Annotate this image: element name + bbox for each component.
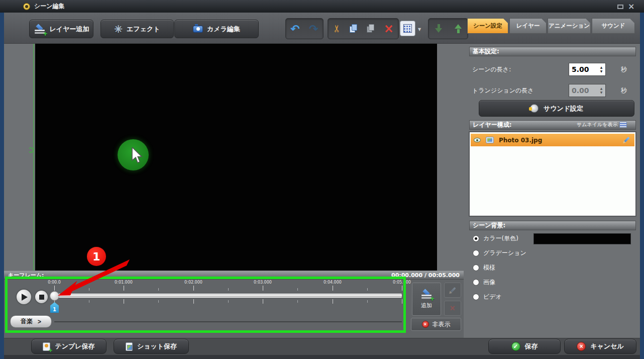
radio-icon[interactable] xyxy=(473,264,479,271)
window-frame-bottom xyxy=(4,355,640,359)
tab-animation[interactable]: アニメーション xyxy=(548,18,591,34)
camera-edit-button[interactable]: カメラ編集 xyxy=(174,20,259,38)
spin-down-icon[interactable]: ▼ xyxy=(600,70,603,73)
shot-doc-icon xyxy=(126,342,133,351)
radio-icon[interactable] xyxy=(473,250,479,256)
thumbnail-list-icon[interactable] xyxy=(619,122,627,128)
bg-option-video[interactable]: ビデオ xyxy=(473,293,502,301)
mouse-cursor-icon xyxy=(132,147,143,163)
bg-option-pattern[interactable]: 模様 xyxy=(473,263,495,272)
hide-track-button[interactable]: × 非表示 xyxy=(411,318,461,331)
transition-spin-buttons[interactable]: ▲ ▼ xyxy=(597,84,605,97)
transition-length-label: トランジションの長さ xyxy=(472,86,534,95)
scene-background-header: シーン背景: xyxy=(469,221,636,230)
radio-icon[interactable] xyxy=(473,279,479,286)
move-down-icon[interactable] xyxy=(435,24,442,33)
tab-sound[interactable]: サウンド xyxy=(592,18,635,34)
tab-scene-settings[interactable]: シーン設定 xyxy=(467,18,508,34)
delete-x-icon: × xyxy=(450,303,456,314)
layer-name: Photo 03.jpg xyxy=(499,137,542,144)
template-doc-icon xyxy=(43,342,50,351)
radio-icon[interactable] xyxy=(473,294,479,300)
scene-length-spin-buttons[interactable]: ▲ ▼ xyxy=(597,63,605,75)
undo-redo-group: ↶ ↷ xyxy=(285,18,324,39)
layers-icon: + xyxy=(34,24,46,34)
add-keyframe-button[interactable]: + 追加 xyxy=(412,283,441,316)
scene-length-label: シーンの長さ: xyxy=(472,65,511,74)
move-up-icon[interactable] xyxy=(455,24,462,33)
delete-keyframe-button[interactable]: × xyxy=(444,301,461,316)
transition-length-input[interactable] xyxy=(569,84,597,97)
edit-keyframe-button[interactable] xyxy=(444,283,461,298)
template-save-button[interactable]: テンプレ保存 xyxy=(31,339,106,354)
layer-list: Photo 03.jpg xyxy=(469,131,636,217)
scene-edit-window: シーン編集 × + レイヤー追加 ✳ エフェクト カメラ編集 ↶ ↷ ✂ × xyxy=(0,0,644,359)
title-bar: シーン編集 xyxy=(0,0,644,13)
effects-button[interactable]: ✳ エフェクト xyxy=(100,20,174,38)
basic-settings-header: 基本設定: xyxy=(469,47,636,56)
spin-down-icon[interactable]: ▼ xyxy=(600,91,603,94)
timeline-track[interactable] xyxy=(54,294,402,298)
paste-icon[interactable] xyxy=(367,24,375,33)
sound-settings-button[interactable]: サウンド設定 xyxy=(479,100,634,117)
transition-length-spinner: ▲ ▼ xyxy=(569,84,606,97)
background-color-swatch[interactable] xyxy=(533,233,631,244)
stop-icon xyxy=(39,295,44,300)
shot-save-button[interactable]: ショット保存 xyxy=(114,339,189,354)
delete-icon[interactable]: × xyxy=(384,24,394,34)
clipboard-group: ✂ × xyxy=(328,18,399,39)
cut-icon[interactable]: ✂ xyxy=(331,25,342,33)
scene-length-unit: 秒 xyxy=(621,65,627,74)
play-icon xyxy=(22,294,28,301)
minimize-button[interactable] xyxy=(617,5,623,9)
add-layer-button[interactable]: + レイヤー追加 xyxy=(29,20,93,38)
camera-icon xyxy=(193,26,203,33)
layer-row-selected[interactable]: Photo 03.jpg xyxy=(471,134,634,146)
keyframe-label: キーフレーム: xyxy=(8,272,44,279)
scene-length-spinner: ▲ ▼ xyxy=(569,63,606,76)
image-file-icon xyxy=(486,137,494,143)
layer-order-group xyxy=(428,18,468,39)
timeline-panel xyxy=(4,280,464,338)
chevron-right-icon: > xyxy=(38,318,41,325)
grid-layout-button[interactable] xyxy=(400,21,415,36)
canvas-guide-line xyxy=(33,44,34,271)
hide-icon: × xyxy=(422,321,429,328)
close-button[interactable]: × xyxy=(628,2,634,12)
music-track-button[interactable]: 音楽 > xyxy=(10,315,52,328)
timeline-scrubber-handle[interactable] xyxy=(50,291,59,301)
scene-length-input[interactable] xyxy=(569,63,597,75)
bg-option-image[interactable]: 画像 xyxy=(473,278,495,287)
bg-option-color[interactable]: カラー(単色) xyxy=(473,234,518,243)
speaker-icon xyxy=(530,104,539,113)
guide-anchor-icon xyxy=(28,147,34,153)
window-title: シーン編集 xyxy=(34,2,65,11)
transition-length-unit: 秒 xyxy=(621,86,627,95)
spin-up-icon[interactable]: ▲ xyxy=(600,66,603,69)
radio-selected-icon[interactable] xyxy=(473,235,479,242)
window-frame-right xyxy=(640,13,644,359)
spin-up-icon[interactable]: ▲ xyxy=(600,87,603,90)
edit-pencil-icon[interactable] xyxy=(623,137,629,143)
preview-canvas[interactable] xyxy=(35,44,437,271)
save-button[interactable]: ✓ 保存 xyxy=(488,339,561,354)
cross-circle-icon: × xyxy=(577,342,586,351)
redo-icon[interactable]: ↷ xyxy=(309,23,318,35)
bg-option-gradient[interactable]: グラデーション xyxy=(473,249,526,257)
cancel-button[interactable]: × キャンセル xyxy=(564,339,636,354)
grid-icon xyxy=(403,24,412,33)
check-circle-icon: ✓ xyxy=(511,342,520,351)
app-icon xyxy=(23,3,30,10)
time-display: 00:00.000 / 00:05.000 xyxy=(391,272,460,279)
show-thumbnails-link[interactable]: サムネイルを表示 xyxy=(577,121,627,128)
stop-button[interactable] xyxy=(34,290,49,304)
window-frame-left xyxy=(0,13,4,359)
grid-dropdown-caret[interactable]: ▼ xyxy=(418,27,421,32)
tab-layer[interactable]: レイヤー xyxy=(509,18,547,34)
undo-icon[interactable]: ↶ xyxy=(290,23,299,35)
copy-icon[interactable] xyxy=(350,24,358,33)
keyframe-header-bar: キーフレーム: 00:00.000 / 00:05.000 xyxy=(4,271,464,280)
play-button[interactable] xyxy=(16,289,32,305)
edit-pencil-icon xyxy=(449,287,456,293)
visibility-eye-icon[interactable] xyxy=(474,138,481,142)
